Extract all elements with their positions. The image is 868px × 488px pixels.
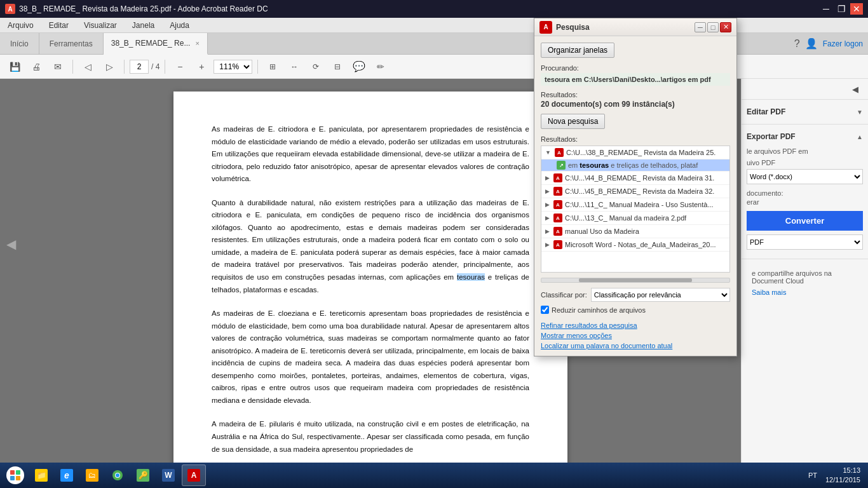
search-result-1-sub[interactable]: ↗ em tesouras e treliças de telhados, pl…: [541, 159, 729, 172]
draw-button[interactable]: ✏: [371, 58, 390, 76]
menu-editar[interactable]: Editar: [46, 20, 71, 31]
panel-format-select[interactable]: Word (*.docx) Excel (*.xlsx) PowerPoint …: [747, 169, 863, 184]
search-result-2[interactable]: ▶ A C:\U...\44_B_REMADE_ Revista da Made…: [541, 172, 729, 185]
pdf-paragraph-2: Quanto à durabilidade natural, não exist…: [212, 197, 529, 296]
explorer-icon: 📁: [35, 469, 48, 482]
signin-label[interactable]: Fazer logon: [823, 39, 863, 48]
menu-janela[interactable]: Janela: [130, 20, 157, 31]
menu-visualizar[interactable]: Visualizar: [81, 20, 119, 31]
result-icon-3: A: [553, 187, 562, 196]
show-less-link[interactable]: Mostrar menos opções: [541, 332, 730, 339]
right-panel-top-buttons: ◀: [742, 79, 868, 100]
tab-close-icon[interactable]: ×: [195, 39, 199, 47]
panel-expand-button[interactable]: ◀: [846, 81, 864, 97]
taskbar-files[interactable]: 🗂: [80, 464, 104, 486]
toolbar-sep-4: [257, 60, 258, 74]
tab-home[interactable]: Início: [0, 33, 39, 54]
page-number-input[interactable]: [130, 60, 149, 74]
acrobat-taskbar-icon: A: [187, 469, 200, 482]
search-result-7[interactable]: ▶ A Microsoft Word - Notas_de_Aula_Madei…: [541, 238, 729, 252]
search-result-6[interactable]: ▶ A manual Uso da Madeira: [541, 225, 729, 238]
tab-tools[interactable]: Ferramentas: [39, 33, 104, 54]
window-controls: ─ ❐ ✕: [820, 3, 863, 15]
result-sub-text: em tesouras e treliças de telhados, plat…: [568, 161, 698, 169]
zoom-select[interactable]: 111% 100% 75% 125%: [214, 60, 252, 74]
sort-row: Classificar por: Classificação por relev…: [541, 288, 730, 302]
maximize-button[interactable]: ❐: [835, 3, 848, 15]
search-result-5[interactable]: ▶ A C:\U...\13_C_ Manual da madeira 2.pd…: [541, 212, 729, 225]
toolbar-sep-1: [72, 60, 73, 74]
win-q2: [16, 470, 20, 475]
help-button[interactable]: ?: [794, 38, 800, 50]
email-button[interactable]: ✉: [48, 58, 67, 76]
result-text-3: C:\U...\45_B_REMADE_ Revista da Madeira …: [565, 187, 714, 195]
panel-section-share: e compartilhe arquivos na Document Cloud…: [742, 259, 868, 488]
keyboard-lang[interactable]: PT: [805, 466, 820, 484]
right-panel: ◀ Editar PDF ▼ Exportar PDF ▲ le arquivo…: [741, 79, 868, 488]
nova-pesquisa-button[interactable]: Nova pesquisa: [541, 114, 605, 129]
toolbar-sep-3: [165, 60, 165, 74]
start-button[interactable]: [3, 464, 28, 487]
search-dialog-close[interactable]: ✕: [720, 22, 731, 32]
taskbar-explorer[interactable]: 📁: [29, 464, 53, 486]
rotate-button[interactable]: ⟳: [306, 58, 325, 76]
zoom-out-button[interactable]: −: [170, 58, 189, 76]
sort-select[interactable]: Classificação por relevância: [591, 288, 730, 302]
zoom-in-button[interactable]: +: [192, 58, 211, 76]
reduce-paths-checkbox[interactable]: [541, 306, 549, 314]
chrome-icon: [111, 469, 124, 482]
expand-icon-6: ▶: [545, 228, 550, 234]
win-q3: [10, 476, 15, 480]
convert-button[interactable]: Converter: [747, 211, 863, 231]
minimize-button[interactable]: ─: [820, 3, 832, 15]
search-scrollbar[interactable]: [541, 278, 730, 283]
search-results-list[interactable]: ▼ A C:\U...\38_B_REMADE_ Revista da Made…: [541, 146, 730, 273]
panel-section-editar-header[interactable]: Editar PDF ▼: [747, 105, 863, 119]
taskbar-keepass[interactable]: 🔑: [131, 464, 155, 486]
comment-button[interactable]: 💬: [349, 58, 369, 76]
panel-export-header[interactable]: Exportar PDF ▲: [747, 130, 863, 144]
panel-export-desc: le arquivos PDF em: [747, 147, 863, 155]
search-dialog-minimize[interactable]: ─: [695, 22, 706, 32]
resultados-label-1: Resultados:: [541, 91, 730, 98]
taskbar-ie[interactable]: e: [55, 464, 79, 486]
search-result-3[interactable]: ▶ A C:\U...\45_B_REMADE_ Revista da Made…: [541, 185, 729, 198]
menu-ajuda[interactable]: Ajuda: [167, 20, 192, 31]
save-button[interactable]: 💾: [5, 58, 24, 76]
fit-page-button[interactable]: ⊞: [263, 58, 282, 76]
view-button[interactable]: ⊟: [328, 58, 347, 76]
taskbar-chrome[interactable]: [105, 464, 130, 486]
taskbar-acrobat[interactable]: A: [182, 464, 206, 486]
pdf-output-select[interactable]: PDF PDF/A: [747, 234, 863, 250]
search-dialog-maximize[interactable]: □: [707, 22, 719, 32]
organize-windows-button[interactable]: Organizar janelas: [541, 43, 614, 58]
close-button[interactable]: ✕: [850, 3, 863, 15]
search-result-1[interactable]: ▼ A C:\U...\38_B_REMADE_ Revista da Made…: [541, 146, 729, 159]
windows-logo: [6, 466, 24, 484]
result-text-6: manual Uso da Madeira: [565, 227, 639, 235]
toolbar: 💾 🖨 ✉ ◁ ▷ / 4 − + 111% 100% 75% 125% ⊞ ↔…: [0, 55, 868, 79]
title-bar-left: A 38_B_ REMADE_ Revista da Madeira 25.pd…: [5, 4, 268, 14]
search-dialog: A Pesquisa ─ □ ✕ Organizar janelas Procu…: [534, 18, 737, 356]
left-nav-arrow[interactable]: ◀: [6, 236, 16, 252]
taskbar-word[interactable]: W: [156, 464, 180, 486]
prev-page-button[interactable]: ◁: [78, 58, 97, 76]
checkbox-row: Reduzir caminhos de arquivos: [541, 306, 730, 314]
refine-results-link[interactable]: Refinar resultados da pesquisa: [541, 322, 730, 329]
menu-arquivo[interactable]: Arquivo: [5, 20, 36, 31]
tab-document[interactable]: 38_B_ REMADE_ Re... ×: [104, 33, 208, 55]
signin-icon[interactable]: 👤: [805, 37, 818, 50]
window-title: 38_B_ REMADE_ Revista da Madeira 25.pdf …: [19, 4, 268, 13]
search-result-4[interactable]: ▶ A C:\U...\11_C_ Manual Madeira - Uso S…: [541, 198, 729, 212]
find-word-link[interactable]: Localizar uma palavra no documento atual: [541, 342, 730, 349]
result-text-4: C:\U...\11_C_ Manual Madeira - Uso Suste…: [565, 201, 714, 208]
next-page-button[interactable]: ▷: [100, 58, 119, 76]
result-icon-4: A: [553, 200, 562, 209]
search-dialog-body: Organizar janelas Procurando: tesoura em…: [534, 36, 736, 356]
fit-width-button[interactable]: ↔: [285, 58, 304, 76]
learn-more-link[interactable]: Saiba mais: [752, 288, 786, 296]
highlighted-word: tesouras: [457, 273, 485, 281]
print-button[interactable]: 🖨: [27, 58, 46, 76]
expand-icon-3: ▶: [545, 188, 550, 194]
expand-icon-4: ▶: [545, 201, 550, 208]
